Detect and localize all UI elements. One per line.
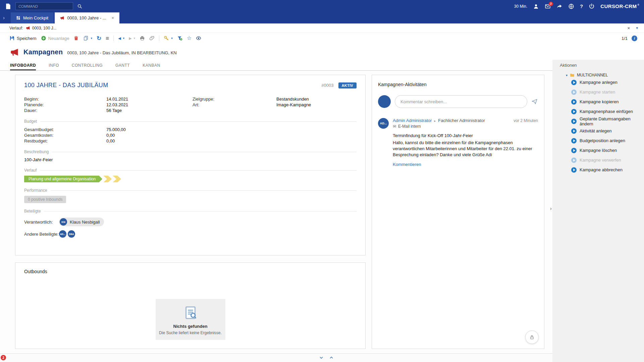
send-icon[interactable] (531, 98, 538, 105)
expand-up-icon[interactable] (329, 355, 334, 360)
command-input[interactable] (15, 2, 73, 10)
favorite-button[interactable]: ☆ (187, 36, 192, 41)
mail-icon[interactable]: 2 (545, 3, 551, 9)
attachment-button[interactable] (149, 36, 155, 41)
avatar[interactable]: DBA (68, 230, 75, 238)
message-body: Hallo, kannst du bitte die einzelnen für… (393, 140, 538, 158)
play-icon (571, 167, 577, 173)
print-button[interactable] (140, 36, 145, 41)
copy-button[interactable]: ▾ (83, 36, 92, 41)
action-geplante-datumsangaben-aendern[interactable]: Geplante Datumsangaben ändern (571, 116, 644, 126)
action-kampagne-anlegen[interactable]: Kampagne anlegen (571, 77, 644, 87)
toolbar: Speichern Neuanlage ▾ ↻ ≡ ◀▾ ▶▾ ▾ ☆ 1/1 … (0, 33, 644, 44)
tab-controlling[interactable]: CONTROLLING (72, 60, 103, 70)
save-button[interactable]: Speichern (9, 36, 37, 41)
record-number: #0003 (321, 83, 333, 88)
panel-collapse-icon[interactable]: › (550, 206, 552, 211)
tab-kanban[interactable]: KANBAN (143, 60, 160, 70)
sidebar-expand-icon[interactable]: › (3, 15, 5, 20)
info-icon[interactable]: i (632, 36, 637, 41)
help-button[interactable]: ? (580, 3, 583, 9)
chevron-down-icon[interactable]: ▾ (636, 26, 638, 30)
play-icon (571, 138, 577, 143)
envelope-icon: ✉ (393, 124, 396, 129)
record-pagination: 1/1 (622, 36, 628, 41)
page-header: Kampagnen 0003, 100 Jahre - Das Jubiläum… (0, 44, 644, 60)
field-row: Gesamtkosten:0,00 (24, 132, 357, 138)
action-aktivitaet-anlegen[interactable]: Aktivität anlegen (571, 126, 644, 136)
action-budgetposition-anlegen[interactable]: Budgetposition anlegen (571, 136, 644, 145)
outbounds-card: Outbounds Nichts gefunden Die Suche lief… (15, 262, 366, 349)
field-row: Zielgruppe:Bestandskunden (193, 96, 311, 102)
comment-input[interactable] (395, 95, 527, 108)
user-icon[interactable] (533, 3, 539, 9)
phase-chevron (103, 176, 112, 182)
notification-badge[interactable]: 2 (1, 355, 6, 360)
lock-button[interactable] (525, 330, 539, 344)
actions-panel: Aktionen ▾ MULTICHANNEL Kampagne anlegen… (552, 60, 644, 362)
document-search-icon (159, 305, 222, 320)
action-kampagnenphase-einfuegen[interactable]: Kampagnenphase einfügen (571, 107, 644, 116)
field-row: Dauer:56 Tage (24, 108, 193, 113)
tab-gantt[interactable]: GANTT (115, 60, 130, 70)
filter-add-button[interactable] (177, 36, 182, 41)
toolbar-separator (159, 36, 159, 41)
action-kampagne-kopieren[interactable]: Kampagne kopieren (571, 97, 644, 107)
tab-label: Mein Cockpit (23, 15, 48, 20)
watch-button[interactable] (196, 36, 201, 41)
delete-button[interactable] (73, 36, 79, 41)
empty-state: Nichts gefunden Die Suche liefert keine … (156, 299, 225, 340)
comment-composer (378, 95, 538, 108)
tab-mein-cockpit[interactable]: Mein Cockpit (11, 12, 54, 23)
bottom-bar (0, 353, 552, 362)
new-record-button[interactable]: Neuanlage (41, 36, 69, 41)
folder-icon (570, 73, 575, 77)
campaign-fields: Beginn:14.01.2021 Planende:12.03.2021 Da… (24, 96, 357, 113)
tab-close-icon[interactable]: × (112, 15, 114, 20)
history-item[interactable]: 0003, 100 J... (26, 26, 57, 31)
power-icon[interactable] (589, 3, 595, 9)
tab-info[interactable]: INFO (49, 60, 59, 70)
campaign-title: 100 JAHRE - DAS JUBILÄUM (24, 82, 108, 89)
toolbar-right: 1/1 i (622, 36, 639, 41)
campaign-activities-card: Kampagnen-Aktivitäten AD... Admin Admini… (372, 75, 544, 349)
avatar[interactable]: AD... (59, 230, 66, 238)
topbar-right: 30 Min. 2 ? CURSOR-CRM® (514, 3, 639, 9)
nav-forward-button[interactable]: ▶▾ (129, 36, 135, 41)
cockpit-icon (16, 16, 20, 20)
action-kampagne-abbrechen[interactable]: Kampagne abbrechen (571, 165, 644, 175)
action-kampagne-loeschen[interactable]: Kampagne löschen (571, 145, 644, 155)
refresh-button[interactable]: ↻ (97, 36, 101, 41)
action-label: Kampagne löschen (580, 148, 617, 153)
app-logo-icon[interactable] (5, 3, 11, 10)
menu-button[interactable]: ≡ (106, 36, 109, 41)
nav-back-button[interactable]: ◀▾ (118, 36, 124, 41)
author-link[interactable]: Admin Administrator (393, 118, 432, 123)
globe-icon[interactable] (568, 3, 574, 9)
responsible-label: Verantwortlich: (24, 220, 59, 225)
share-icon[interactable] (556, 3, 562, 9)
collapse-down-icon[interactable] (319, 355, 324, 360)
search-icon[interactable] (77, 4, 83, 9)
chevron-down-icon: ▾ (91, 37, 92, 40)
tab-campaign-record[interactable]: 0003, 100 Jahre - ... × (55, 12, 119, 23)
current-phase-arrow[interactable]: Planung und allgemeine Organisation (24, 176, 102, 182)
field-row: Restbudget:0,00 (24, 138, 357, 144)
action-group-multichannel[interactable]: ▾ MULTICHANNEL (566, 73, 644, 77)
permissions-button[interactable]: ▾ (164, 36, 173, 41)
tab-infoboard[interactable]: INFOBOARD (10, 60, 36, 70)
megaphone-icon (26, 26, 30, 30)
activities-title: Kampagnen-Aktivitäten (378, 82, 538, 87)
responsible-row: Verantwortlich: KN Klaus Nesbigall (24, 218, 357, 226)
tab-label: 0003, 100 Jahre - ... (67, 15, 106, 20)
action-kampagne-verwerfen: Kampagne verwerfen (571, 155, 644, 165)
responsible-chip[interactable]: KN Klaus Nesbigall (59, 218, 104, 226)
activity-entry: AD... Admin Administrator ▸ Fachlicher A… (378, 118, 538, 167)
chevron-down-icon: ▾ (566, 73, 568, 77)
avatar (378, 95, 391, 108)
play-icon (571, 128, 577, 134)
empty-state-subtitle: Die Suche liefert keine Ergebnisse. (159, 330, 222, 335)
close-icon[interactable]: × (627, 25, 630, 31)
history-item-label: 0003, 100 J... (32, 26, 57, 31)
comment-link[interactable]: Kommentieren (393, 162, 421, 167)
